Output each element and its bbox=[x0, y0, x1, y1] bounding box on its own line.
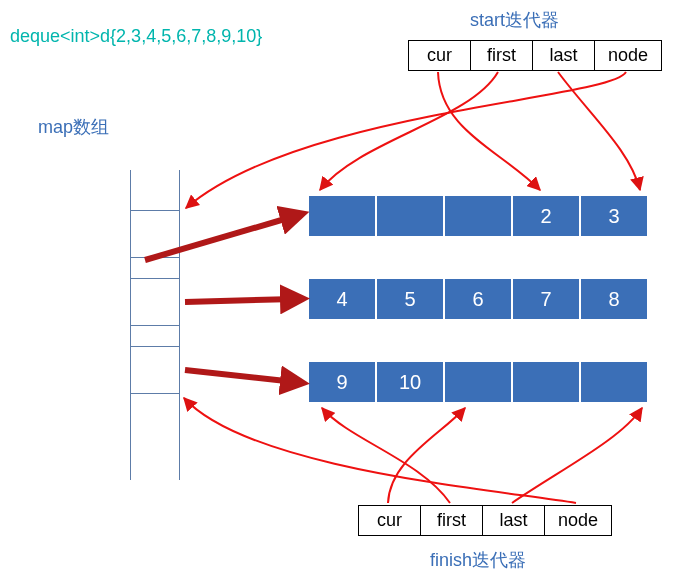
buffer-2-cell-2 bbox=[444, 361, 512, 403]
finish-iterator-box: cur first last node bbox=[358, 505, 612, 536]
svg-line-1 bbox=[185, 299, 295, 302]
buffer-row-1: 4 5 6 7 8 bbox=[308, 278, 648, 320]
start-last-cell: last bbox=[533, 41, 595, 70]
finish-node-cell: node bbox=[545, 506, 611, 535]
buffer-0-cell-2 bbox=[444, 195, 512, 237]
buffer-0-cell-1 bbox=[376, 195, 444, 237]
buffer-row-0: 2 3 bbox=[308, 195, 648, 237]
start-node-cell: node bbox=[595, 41, 661, 70]
start-first-cell: first bbox=[471, 41, 533, 70]
buffer-2-cell-1: 10 bbox=[376, 361, 444, 403]
buffer-row-2: 9 10 bbox=[308, 361, 648, 403]
buffer-2-cell-3 bbox=[512, 361, 580, 403]
buffer-0-cell-0 bbox=[308, 195, 376, 237]
deque-declaration-text: deque<int>d{2,3,4,5,6,7,8,9,10} bbox=[10, 26, 262, 47]
diagram-stage: deque<int>d{2,3,4,5,6,7,8,9,10} start迭代器… bbox=[0, 0, 700, 583]
finish-cur-cell: cur bbox=[359, 506, 421, 535]
map-array-label: map数组 bbox=[38, 115, 109, 139]
start-iterator-box: cur first last node bbox=[408, 40, 662, 71]
buffer-2-cell-4 bbox=[580, 361, 648, 403]
buffer-2-cell-0: 9 bbox=[308, 361, 376, 403]
map-slot-0 bbox=[130, 210, 180, 258]
finish-iterator-arrows bbox=[184, 398, 642, 503]
start-cur-cell: cur bbox=[409, 41, 471, 70]
map-slot-1 bbox=[130, 278, 180, 326]
svg-line-2 bbox=[185, 370, 295, 382]
buffer-1-cell-3: 7 bbox=[512, 278, 580, 320]
start-iterator-arrows bbox=[186, 72, 640, 208]
buffer-1-cell-0: 4 bbox=[308, 278, 376, 320]
buffer-1-cell-4: 8 bbox=[580, 278, 648, 320]
buffer-1-cell-1: 5 bbox=[376, 278, 444, 320]
buffer-0-cell-4: 3 bbox=[580, 195, 648, 237]
buffer-0-cell-3: 2 bbox=[512, 195, 580, 237]
map-slot-2 bbox=[130, 346, 180, 394]
finish-iterator-label: finish迭代器 bbox=[430, 548, 526, 572]
map-column bbox=[130, 170, 180, 480]
finish-first-cell: first bbox=[421, 506, 483, 535]
buffer-1-cell-2: 6 bbox=[444, 278, 512, 320]
start-iterator-label: start迭代器 bbox=[470, 8, 559, 32]
finish-last-cell: last bbox=[483, 506, 545, 535]
